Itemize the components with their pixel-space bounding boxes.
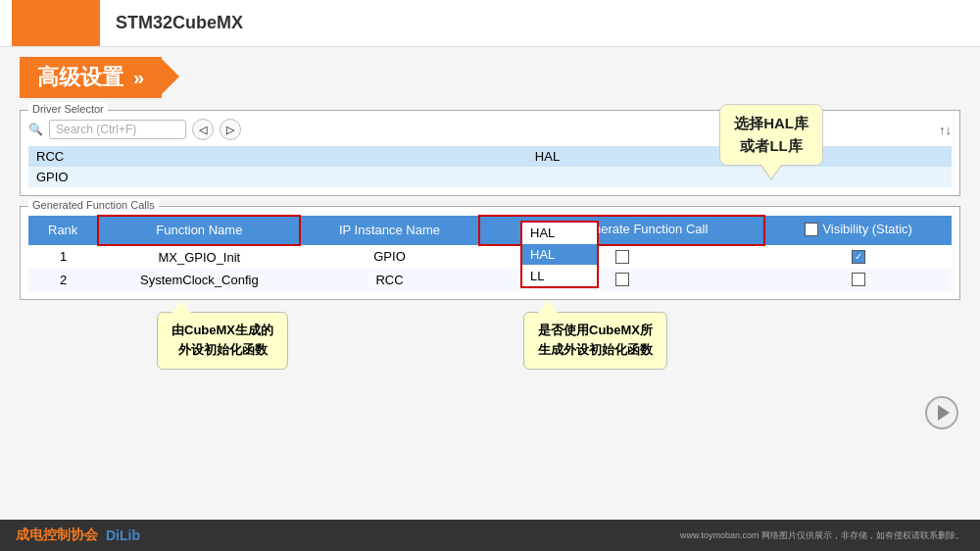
dropdown-item-hal2[interactable]: HAL (522, 244, 597, 266)
sort-button[interactable]: ↑↓ (939, 123, 952, 137)
advanced-settings-label: 高级设置 (37, 63, 123, 92)
table-row: 1 MX_GPIO_Init GPIO ✓ (28, 245, 952, 269)
nav-next-button[interactable]: ▷ (220, 119, 241, 140)
gfc-table: Rank Function Name IP Instance Name Not … (28, 215, 952, 291)
checkbox-not-generate-row1[interactable] (615, 250, 629, 264)
table-row: GPIO (28, 167, 952, 187)
checkbox-visibility-row1[interactable]: ✓ (852, 250, 865, 264)
advanced-settings-banner: 高级设置 » (20, 57, 162, 98)
hal-ll-dropdown[interactable]: HAL HAL LL (520, 221, 599, 288)
search-box[interactable]: Search (Ctrl+F) (49, 120, 186, 139)
chevron-right-icon: » (133, 67, 144, 89)
callout-top-text: 选择HAL库或者LL库 (734, 115, 808, 154)
brand-orange-text: 成电控制协会 (16, 526, 98, 544)
cell-function-name: SystemClock_Config (98, 269, 300, 291)
cell-rank: 2 (28, 269, 98, 291)
play-icon (938, 405, 950, 421)
brand-blue-text: DiLib (106, 527, 140, 543)
cell-visibility (764, 269, 952, 291)
col-visibility: Visibility (Static) (764, 216, 952, 245)
search-placeholder: Search (Ctrl+F) (56, 123, 136, 136)
generated-function-calls-section: Generated Function Calls Rank Function N… (20, 206, 960, 300)
checkbox-not-generate-row2[interactable] (615, 273, 629, 286)
main-content: 选择HAL库或者LL库 高级设置 » Driver Selector 🔍 Sea… (0, 47, 980, 520)
cell-visibility: ✓ (764, 245, 952, 269)
cell-ip-instance: GPIO (300, 245, 478, 269)
header-checkbox-visibility[interactable] (805, 223, 818, 236)
driver-value-cell (527, 167, 952, 187)
dropdown-item-hal1[interactable]: HAL (522, 223, 597, 244)
driver-selector-legend: Driver Selector (28, 103, 108, 115)
bottom-callouts: 由CubeMX生成的 外设初始化函数 是否使用CubeMX所 生成外设初始化函数 (20, 312, 960, 371)
driver-name-cell: RCC (28, 146, 527, 167)
cell-rank: 1 (28, 245, 98, 269)
driver-name-cell: GPIO (28, 167, 527, 187)
footer-watermark: www.toymoban.com 网络图片仅供展示，非存储，如有侵权请联系删除。 (680, 529, 964, 542)
gfc-legend: Generated Function Calls (28, 199, 159, 211)
table-row: 2 SystemClock_Config RCC (28, 269, 952, 291)
app-header: STM32CubeMX (0, 0, 980, 47)
col-function-name: Function Name (98, 216, 300, 245)
callout-left-line1: 由CubeMX生成的 (172, 323, 273, 337)
footer-brand: 成电控制协会 DiLib (16, 526, 140, 544)
play-button[interactable] (925, 396, 958, 429)
col-rank: Rank (28, 216, 98, 245)
col-ip-instance: IP Instance Name (300, 216, 478, 245)
hal-ll-callout: 选择HAL库或者LL库 (719, 104, 823, 166)
callout-right-line1: 是否使用CubeMX所 (538, 323, 653, 337)
cell-function-name: MX_GPIO_Init (98, 245, 300, 269)
cell-ip-instance: RCC (300, 269, 478, 291)
callout-box-left: 由CubeMX生成的 外设初始化函数 (157, 312, 288, 371)
nav-prev-button[interactable]: ◁ (192, 119, 214, 140)
checkbox-visibility-row2[interactable] (852, 273, 865, 286)
callout-right-line2: 生成外设初始化函数 (538, 342, 653, 357)
footer: 成电控制协会 DiLib www.toymoban.com 网络图片仅供展示，非… (0, 520, 980, 551)
header-accent-bar (12, 0, 100, 46)
callout-left-line2: 外设初始化函数 (178, 342, 268, 357)
callout-box-right: 是否使用CubeMX所 生成外设初始化函数 (523, 312, 667, 371)
dropdown-item-ll[interactable]: LL (522, 266, 597, 286)
app-title: STM32CubeMX (116, 13, 243, 33)
